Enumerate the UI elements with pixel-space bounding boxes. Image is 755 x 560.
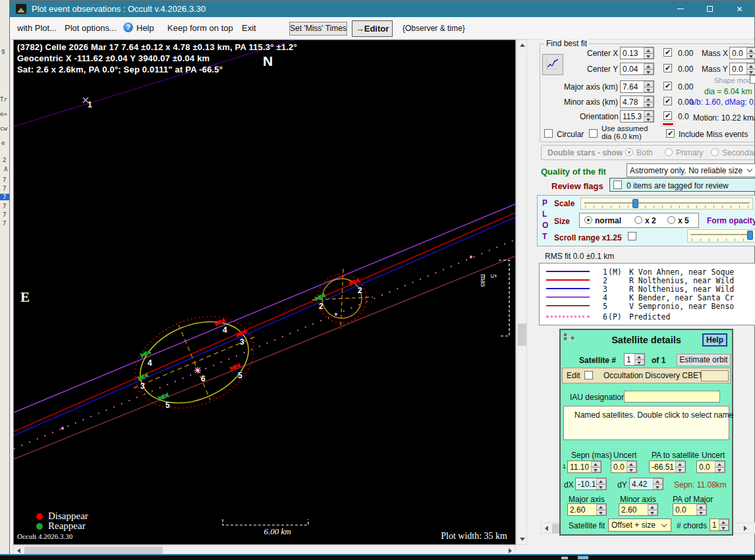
double-primary-radio[interactable]: [665, 148, 673, 156]
scroll-right-icon[interactable]: [744, 526, 747, 531]
chords-spinner[interactable]: 1: [710, 518, 729, 531]
review-flags-checkbox[interactable]: [613, 181, 622, 189]
spin-up-icon[interactable]: [644, 111, 654, 117]
minimize-button[interactable]: [665, 1, 695, 17]
form-opacity-slider-thumb[interactable]: [747, 231, 753, 240]
scroll-range-checkbox[interactable]: [628, 232, 636, 240]
edit-checkbox[interactable]: [584, 371, 593, 379]
spin-down-icon[interactable]: [653, 484, 663, 490]
observer-row[interactable]: 6 (P) Predicted: [540, 312, 755, 321]
scale-slider[interactable]: [580, 198, 753, 210]
vertical-scrollbar-thumb[interactable]: [518, 323, 526, 346]
circular-checkbox[interactable]: [544, 129, 553, 138]
mass-x-spinner[interactable]: 0.0: [729, 47, 755, 59]
spin-up-icon[interactable]: [719, 519, 729, 525]
center-x-fit-checkbox[interactable]: [663, 48, 672, 57]
spin-up-icon[interactable]: [644, 81, 654, 87]
double-secondary-radio[interactable]: [711, 148, 719, 156]
orientation-fit-checkbox[interactable]: [663, 111, 672, 120]
scroll-right-icon[interactable]: [509, 548, 512, 553]
double-both-radio[interactable]: [625, 148, 633, 156]
maximize-button[interactable]: [695, 1, 725, 17]
plot-vertical-scrollbar[interactable]: [517, 40, 527, 545]
pa-spinner[interactable]: -66.51: [649, 461, 686, 473]
spin-up-icon[interactable]: [715, 461, 725, 467]
spin-up-icon[interactable]: [746, 63, 755, 69]
size-normal-radio[interactable]: [584, 216, 592, 224]
observer-row[interactable]: 3 R Nolthenius, near Wild: [540, 285, 755, 293]
use-assumed-dia-checkbox[interactable]: [589, 129, 598, 138]
menu-exit[interactable]: Exit: [242, 23, 256, 33]
quality-combo[interactable]: Astrometry only. No reliable size: [627, 163, 755, 177]
spin-down-icon[interactable]: [644, 102, 654, 108]
scroll-left-icon[interactable]: [17, 548, 20, 553]
form-opacity-slider[interactable]: [687, 229, 755, 242]
satellite-num-spinner[interactable]: 1: [624, 353, 645, 366]
satellite-fit-combo[interactable]: Offset + size: [608, 518, 671, 532]
spin-up-icon[interactable]: [648, 504, 657, 510]
spin-down-icon[interactable]: [591, 467, 601, 473]
major-axis-fit-checkbox[interactable]: [663, 82, 672, 90]
center-y-spinner[interactable]: 0.04: [620, 63, 654, 75]
mass-y-spinner[interactable]: 0.0: [729, 63, 755, 75]
spin-down-icon[interactable]: [596, 510, 606, 516]
sepn-uncert-spinner[interactable]: 0.0: [611, 461, 637, 473]
spin-down-icon[interactable]: [696, 510, 706, 516]
major-axis-spinner[interactable]: 7.64: [620, 80, 654, 93]
sat-major-spinner[interactable]: 2.60: [567, 503, 607, 516]
menu-plot-options[interactable]: Plot options...: [65, 23, 117, 33]
observer-row[interactable]: 2 R Nolthenius, near Wild: [540, 276, 755, 285]
minor-axis-spinner[interactable]: 4.78: [620, 96, 654, 108]
menu-keep-form-on-top[interactable]: Keep form on top: [167, 23, 233, 33]
spin-up-icon[interactable]: [653, 478, 663, 484]
spin-down-icon[interactable]: [644, 117, 654, 123]
spin-up-icon[interactable]: [644, 47, 654, 53]
fit-plot-button[interactable]: [542, 54, 563, 75]
center-y-fit-checkbox[interactable]: [663, 64, 672, 72]
editor-button[interactable]: →Editor: [352, 20, 393, 37]
spin-down-icon[interactable]: [644, 87, 654, 93]
spin-up-icon[interactable]: [746, 47, 755, 53]
sat-pa-major-spinner[interactable]: 0.0: [673, 503, 707, 516]
set-miss-times-button[interactable]: Set 'Miss' Times: [289, 22, 347, 36]
spin-down-icon[interactable]: [644, 53, 654, 59]
sat-minor-spinner[interactable]: 2.60: [619, 503, 658, 516]
iau-designation-field[interactable]: [624, 391, 720, 403]
title-bar[interactable]: Plot event observations : Occult v.4.202…: [10, 1, 754, 17]
spin-up-icon[interactable]: [644, 63, 654, 69]
spin-down-icon[interactable]: [715, 467, 725, 473]
size-x5-radio[interactable]: [667, 216, 675, 224]
spin-down-icon[interactable]: [634, 360, 644, 366]
estimate-orbit-button[interactable]: Estimate orbit: [677, 354, 731, 366]
spin-up-icon[interactable]: [591, 461, 601, 467]
observer-row[interactable]: 5 V Sempronio, near Benso: [540, 302, 755, 310]
menu-help[interactable]: Help: [136, 23, 154, 33]
spin-up-icon[interactable]: [596, 504, 606, 510]
sepn-spinner[interactable]: 11.10: [567, 461, 601, 473]
taskbar-icon[interactable]: [578, 556, 588, 559]
spin-up-icon[interactable]: [696, 504, 706, 510]
spin-down-icon[interactable]: [719, 525, 729, 531]
size-x2-radio[interactable]: [634, 216, 642, 224]
minor-axis-fit-checkbox[interactable]: [663, 97, 672, 105]
scale-slider-thumb[interactable]: [632, 199, 638, 208]
named-satellites-box[interactable]: Named satellites. Double click to select…: [563, 406, 729, 440]
satellite-help-button[interactable]: Help: [702, 333, 727, 347]
scroll-up-icon[interactable]: [520, 43, 525, 47]
spin-down-icon[interactable]: [644, 69, 654, 75]
close-button[interactable]: ✕: [725, 1, 754, 17]
spin-down-icon[interactable]: [596, 484, 606, 490]
pa-uncert-spinner[interactable]: 0.0: [696, 461, 725, 473]
spin-up-icon[interactable]: [596, 478, 606, 484]
scroll-left-icon[interactable]: [545, 526, 548, 531]
cbet-field[interactable]: [701, 370, 729, 381]
spin-down-icon[interactable]: [746, 53, 755, 59]
spin-down-icon[interactable]: [648, 510, 657, 516]
menu-with-plot[interactable]: with Plot...: [17, 23, 57, 33]
orientation-spinner[interactable]: 115.3: [620, 110, 654, 123]
observer-row[interactable]: 1 (M) K Von Ahnen, near Soque: [540, 267, 755, 276]
taskbar-icon[interactable]: [561, 557, 568, 559]
spin-up-icon[interactable]: [634, 354, 644, 360]
spin-up-icon[interactable]: [627, 461, 636, 467]
spin-down-icon[interactable]: [627, 467, 636, 473]
